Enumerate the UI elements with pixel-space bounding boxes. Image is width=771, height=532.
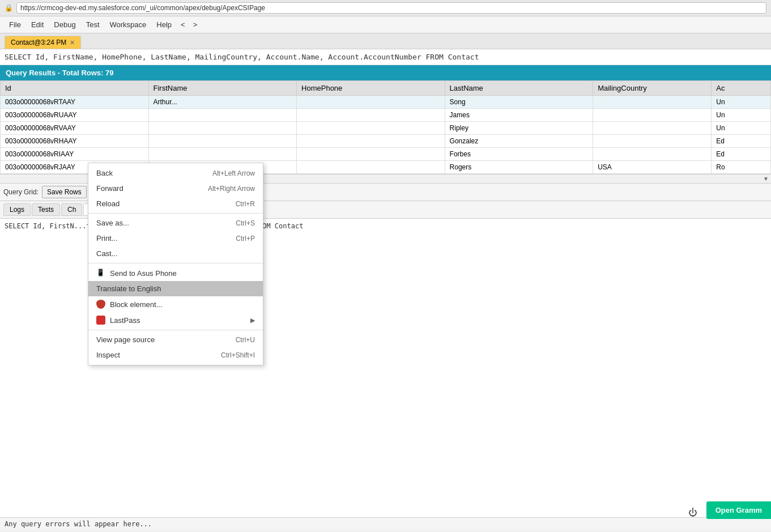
- context-menu-separator: [88, 330, 263, 330]
- context-menu: BackAlt+Left ArrowForwardAlt+Right Arrow…: [88, 163, 263, 365]
- menu-help[interactable]: Help: [152, 19, 176, 31]
- col-header-id: Id: [1, 81, 149, 96]
- table-row: 003o00000068vRTAAYArthur...SongUn: [1, 96, 771, 109]
- cell-id: 003o00000068vRIAAY: [1, 148, 149, 161]
- context-menu-item-label: Forward: [96, 184, 123, 193]
- cell-firstname: [148, 122, 297, 135]
- menu-bar: File Edit Debug Test Workspace Help < >: [0, 16, 771, 33]
- active-tab[interactable]: Contact@3:24 PM ✕: [5, 36, 81, 49]
- context-menu-shortcut: Ctrl+R: [236, 200, 255, 208]
- cell-firstname: Arthur...: [148, 96, 297, 109]
- results-scroll-area[interactable]: Id FirstName HomePhone LastName MailingC…: [0, 80, 771, 174]
- context-menu-item-label: Send to Asus Phone: [110, 269, 177, 278]
- cell-id: 003o00000068vRVAAY: [1, 122, 149, 135]
- col-header-firstname: FirstName: [148, 81, 297, 96]
- nav-back[interactable]: <: [177, 19, 189, 31]
- context-menu-shortcut: Ctrl+S: [236, 219, 255, 227]
- nav-forward[interactable]: >: [190, 19, 201, 31]
- cell-ac: Ed: [712, 148, 771, 161]
- cell-mailingcountry: USA: [593, 161, 712, 174]
- menu-debug[interactable]: Debug: [49, 19, 80, 31]
- cell-ac: Un: [712, 109, 771, 122]
- table-row: 003o00000068vRIAAYForbesEd: [1, 148, 771, 161]
- context-menu-shortcut: Ctrl+P: [236, 235, 255, 242]
- power-icon[interactable]: ⏻: [688, 508, 697, 518]
- cell-mailingcountry: [593, 148, 712, 161]
- context-menu-item-print...[interactable]: Print...Ctrl+P: [88, 231, 263, 246]
- results-table: Id FirstName HomePhone LastName MailingC…: [0, 80, 771, 174]
- status-bar: Any query errors will appear here...: [0, 517, 771, 530]
- menu-edit[interactable]: Edit: [27, 19, 48, 31]
- scroll-arrow: ▼: [763, 176, 769, 182]
- table-row: 003o00000068vRUAAYJamesUn: [1, 109, 771, 122]
- cell-ac: Un: [712, 96, 771, 109]
- context-menu-item-translate-to-english[interactable]: Translate to English: [88, 281, 263, 296]
- tab-close-btn[interactable]: ✕: [70, 39, 75, 46]
- context-menu-shortcut: Ctrl+Shift+I: [221, 351, 255, 359]
- context-menu-item-label: Inspect: [96, 351, 120, 359]
- cell-homephone: [297, 161, 445, 174]
- context-menu-item-label: Cast...: [96, 249, 118, 258]
- context-menu-item-label: Save as...: [96, 219, 129, 227]
- col-header-homephone: HomePhone: [297, 81, 445, 96]
- context-menu-shortcut: Alt+Right Arrow: [208, 185, 255, 193]
- menu-workspace[interactable]: Workspace: [105, 19, 151, 31]
- cell-lastname: Rogers: [445, 161, 593, 174]
- context-menu-item-label: View page source: [96, 335, 155, 344]
- cell-lastname: James: [445, 109, 593, 122]
- page-content: SELECT Id, FirstName, HomePhone, LastNam…: [0, 49, 771, 530]
- grammarly-button[interactable]: Open Gramm: [706, 501, 771, 519]
- tab-ch[interactable]: Ch: [61, 203, 82, 216]
- menu-file[interactable]: File: [5, 19, 25, 31]
- context-menu-item-label: Block element...: [110, 300, 163, 309]
- cell-lastname: Song: [445, 96, 593, 109]
- url-bar[interactable]: https://crmcog-dev-ed.my.salesforce.com/…: [16, 2, 766, 14]
- cell-firstname: [148, 148, 297, 161]
- cell-lastname: Forbes: [445, 148, 593, 161]
- save-rows-button[interactable]: Save Rows: [42, 186, 87, 198]
- cell-homephone: [297, 96, 445, 109]
- context-menu-item-cast...[interactable]: Cast...: [88, 246, 263, 261]
- context-menu-item-reload[interactable]: ReloadCtrl+R: [88, 196, 263, 211]
- shield-icon: [96, 300, 105, 309]
- cell-ac: Un: [712, 122, 771, 135]
- tab-logs[interactable]: Logs: [3, 203, 31, 216]
- table-row: 003o00000068vRHAAYGonzalezEd: [1, 135, 771, 148]
- cell-homephone: [297, 109, 445, 122]
- tab-tests[interactable]: Tests: [32, 203, 60, 216]
- lastpass-icon: [96, 316, 105, 325]
- col-header-ac: Ac: [712, 81, 771, 96]
- context-menu-item-label: Translate to English: [96, 284, 161, 293]
- context-menu-item-save-as...[interactable]: Save as...Ctrl+S: [88, 215, 263, 231]
- menu-test[interactable]: Test: [82, 19, 104, 31]
- cell-mailingcountry: [593, 109, 712, 122]
- context-menu-item-label: Back: [96, 169, 113, 177]
- col-header-lastname: LastName: [445, 81, 593, 96]
- cell-ac: Ro: [712, 161, 771, 174]
- query-results-header: Query Results - Total Rows: 79: [0, 65, 771, 80]
- col-header-mailingcountry: MailingCountry: [593, 81, 712, 96]
- browser-bar: 🔒 https://crmcog-dev-ed.my.salesforce.co…: [0, 0, 771, 16]
- table-row: 003o00000068vRVAAYRipleyUn: [1, 122, 771, 135]
- cell-mailingcountry: [593, 96, 712, 109]
- cell-id: 003o00000068vRTAAY: [1, 96, 149, 109]
- cell-lastname: Gonzalez: [445, 135, 593, 148]
- cell-id: 003o00000068vRHAAY: [1, 135, 149, 148]
- cell-homephone: [297, 135, 445, 148]
- context-menu-item-view-page-source[interactable]: View page sourceCtrl+U: [88, 332, 263, 347]
- context-menu-item-lastpass[interactable]: LastPass▶: [88, 312, 263, 328]
- context-menu-item-label: Reload: [96, 199, 120, 208]
- context-menu-item-back[interactable]: BackAlt+Left Arrow: [88, 165, 263, 181]
- context-menu-item-inspect[interactable]: InspectCtrl+Shift+I: [88, 347, 263, 363]
- context-menu-item-label: LastPass: [110, 316, 140, 325]
- cell-homephone: [297, 122, 445, 135]
- cell-mailingcountry: [593, 135, 712, 148]
- send-icon: 📱: [96, 269, 105, 278]
- context-menu-item-block-element...[interactable]: Block element...: [88, 296, 263, 312]
- context-menu-item-send-to-asus-phone[interactable]: 📱Send to Asus Phone: [88, 265, 263, 281]
- cell-id: 003o00000068vRUAAY: [1, 109, 149, 122]
- context-menu-item-forward[interactable]: ForwardAlt+Right Arrow: [88, 181, 263, 196]
- cell-mailingcountry: [593, 122, 712, 135]
- cell-firstname: [148, 135, 297, 148]
- tab-bar: Contact@3:24 PM ✕: [0, 33, 771, 49]
